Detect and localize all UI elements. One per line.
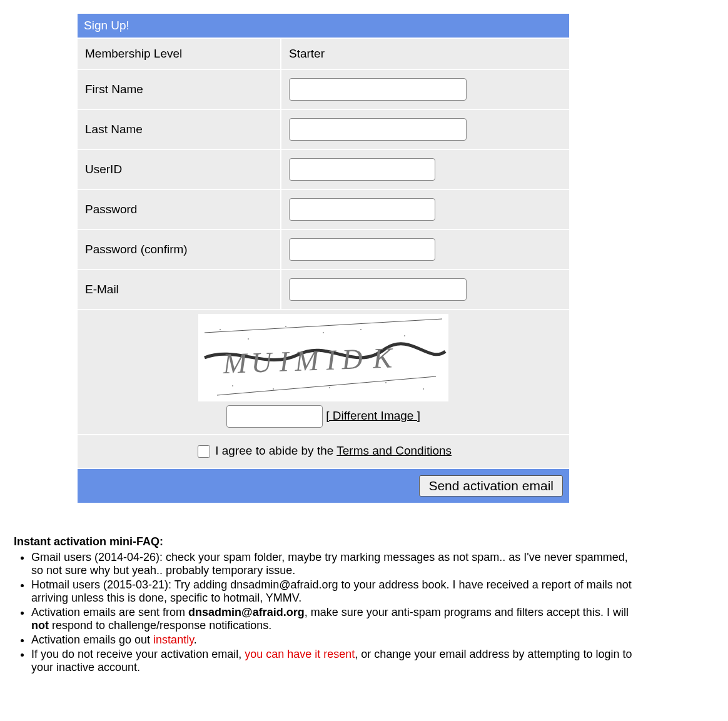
email-label: E-Mail (78, 270, 280, 309)
svg-point-15 (404, 335, 405, 336)
svg-text:U: U (251, 346, 275, 378)
membership-value: Starter (281, 39, 569, 69)
svg-point-17 (273, 388, 274, 390)
svg-point-10 (220, 329, 221, 330)
agree-text: I agree to abide by the (215, 444, 336, 457)
faq-item-instant: Activation emails go out instantly. (31, 633, 639, 647)
svg-point-16 (232, 385, 233, 386)
membership-label: Membership Level (78, 39, 280, 69)
send-activation-button[interactable]: Send activation email (419, 475, 563, 497)
svg-text:D: D (340, 343, 363, 375)
svg-point-14 (360, 329, 361, 330)
svg-point-19 (385, 382, 387, 383)
svg-point-11 (248, 338, 249, 340)
terms-link[interactable]: Terms and Conditions (336, 444, 452, 457)
svg-text:K: K (372, 341, 394, 374)
faq-item-resend: If you do not receive your activation em… (31, 648, 639, 674)
faq-item-gmail: Gmail users (2014-04-26): check your spa… (31, 551, 639, 577)
svg-point-18 (329, 387, 330, 388)
svg-text:M: M (293, 345, 321, 377)
svg-point-20 (423, 388, 424, 390)
signup-header: Sign Up! (78, 14, 569, 38)
userid-input[interactable] (289, 158, 435, 181)
password-input[interactable] (289, 198, 435, 221)
captcha-input[interactable] (226, 405, 323, 428)
captcha-image: M U I M I D K (198, 314, 448, 401)
password-label: Password (78, 190, 280, 229)
agree-checkbox[interactable] (198, 445, 210, 458)
faq-item-hotmail: Hotmail users (2015-03-21): Try adding d… (31, 578, 639, 605)
first-name-label: First Name (78, 70, 280, 109)
different-image-link[interactable]: [ Different Image ] (326, 409, 420, 422)
svg-text:M: M (222, 347, 250, 380)
last-name-label: Last Name (78, 110, 280, 149)
svg-point-12 (285, 326, 286, 327)
password-confirm-input[interactable] (289, 238, 435, 261)
password-confirm-label: Password (confirm) (78, 230, 280, 269)
first-name-input[interactable] (289, 78, 467, 101)
faq-heading: Instant activation mini-FAQ: (14, 535, 163, 548)
last-name-input[interactable] (289, 118, 467, 141)
userid-label: UserID (78, 150, 280, 189)
email-input[interactable] (289, 278, 467, 301)
faq-item-from: Activation emails are sent from dnsadmin… (31, 606, 639, 632)
svg-point-13 (323, 332, 324, 333)
